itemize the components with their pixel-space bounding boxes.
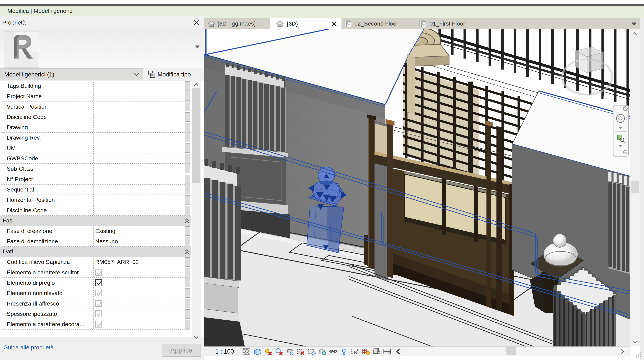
svg-text:N: N [603, 94, 607, 100]
